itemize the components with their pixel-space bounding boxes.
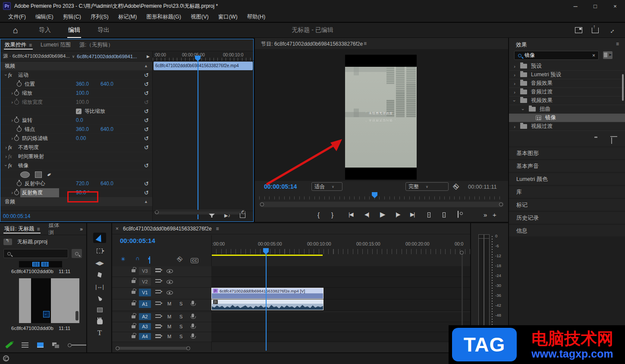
chevron-expanded-icon[interactable]: › <box>512 99 517 103</box>
timeline-timecode[interactable]: 00:00:05:14 <box>120 237 155 244</box>
icon-view-icon[interactable] <box>37 342 44 348</box>
time-remap-effect-row[interactable]: ›fx 时间重映射 <box>0 152 152 161</box>
list-view-icon[interactable] <box>22 342 28 348</box>
sync-status-icon[interactable] <box>3 355 9 361</box>
extract-icon[interactable]: ↓ <box>443 212 446 218</box>
mic-icon[interactable] <box>192 324 194 327</box>
reset-icon[interactable]: ↺ <box>144 72 149 78</box>
project-item-thumbnail[interactable] <box>19 278 79 323</box>
type-tool[interactable]: T <box>93 328 106 338</box>
sync-lock-icon[interactable] <box>155 290 161 295</box>
menu-markers[interactable]: 标记(M) <box>114 13 141 21</box>
tree-item-mirror[interactable]: 镜像 <box>509 114 625 122</box>
chevron-right-icon[interactable]: ▶ <box>147 54 150 59</box>
nest-toggle-icon[interactable]: ✳ <box>121 256 126 262</box>
step-forward-icon[interactable]: |▶ <box>396 211 399 218</box>
track-header-a2[interactable]: A2 M S <box>112 312 211 322</box>
play-icon[interactable]: ▶ <box>380 210 385 218</box>
reset-icon[interactable]: ↺ <box>144 81 149 87</box>
project-item[interactable]: 6c8fc471002ddd0b...11:11 <box>0 326 82 331</box>
menu-edit[interactable]: 编辑(E) <box>31 13 57 21</box>
mic-icon[interactable] <box>192 301 194 305</box>
track-header-a1[interactable]: A1 M S <box>112 299 211 311</box>
step-back-icon[interactable]: ◀| <box>364 211 368 218</box>
sync-lock-icon[interactable] <box>155 324 161 329</box>
track-badge[interactable]: A1 <box>139 300 151 308</box>
menu-clip[interactable]: 剪辑(C) <box>59 13 85 21</box>
anchor-y-value[interactable]: 640.0 <box>101 126 113 132</box>
reset-icon[interactable]: ↺ <box>144 117 149 124</box>
sync-lock-icon[interactable] <box>155 314 161 319</box>
chevron-expanded-icon[interactable]: › <box>3 163 9 168</box>
tree-item-audio-transitions[interactable]: ›音频过渡 <box>509 88 625 96</box>
reflection-center-x-value[interactable]: 720.0 <box>76 180 89 187</box>
workspaces-icon[interactable] <box>575 27 582 33</box>
chevron-icon[interactable]: › <box>512 90 517 95</box>
effects-search-input[interactable]: 镜像 × <box>514 51 599 60</box>
project-item-icons[interactable] <box>19 261 62 268</box>
close-tab-icon[interactable]: × <box>116 226 119 232</box>
lift-icon[interactable]: ↑ <box>427 212 430 218</box>
track-header-v1[interactable]: V1 <box>112 288 211 299</box>
lock-icon[interactable] <box>132 269 135 272</box>
selection-tool[interactable] <box>93 233 106 243</box>
mute-button[interactable]: M <box>167 324 171 329</box>
reset-icon[interactable]: ↺ <box>144 126 149 133</box>
tree-item-audio-effects[interactable]: ›音频效果 <box>509 79 625 88</box>
menu-help[interactable]: 帮助(H) <box>243 13 269 21</box>
uniform-scale-checkbox[interactable]: ✓ <box>76 109 82 114</box>
stopwatch-icon[interactable] <box>14 190 19 195</box>
mic-icon[interactable] <box>192 314 194 317</box>
position-param-row[interactable]: 位置 360.0 640.0 ↺ <box>0 80 152 89</box>
eye-icon[interactable] <box>166 291 173 295</box>
track-lane[interactable] <box>211 277 470 288</box>
chevron-icon[interactable]: › <box>10 90 14 96</box>
stopwatch-icon[interactable] <box>14 118 19 123</box>
close-button[interactable]: × <box>605 0 625 12</box>
chevron-icon[interactable]: › <box>512 72 517 78</box>
lock-icon[interactable] <box>132 325 135 328</box>
scale-value[interactable]: 100.0 <box>76 90 89 96</box>
panel-menu-icon[interactable]: ≡ <box>37 226 40 232</box>
tab-essential-graphics[interactable]: 基本图形 <box>509 147 625 159</box>
sync-lock-icon[interactable] <box>155 302 161 306</box>
collapse-icon[interactable]: ▲ <box>144 199 148 204</box>
razor-tool[interactable] <box>93 270 106 280</box>
zoom-level-select[interactable]: 适合∨ <box>311 182 342 191</box>
collapse-icon[interactable]: ▲ <box>144 64 148 68</box>
mic-icon[interactable] <box>192 333 194 337</box>
reset-icon[interactable]: ↺ <box>144 190 149 196</box>
mute-button[interactable]: M <box>167 334 171 339</box>
mark-out-icon[interactable]: } <box>331 211 333 218</box>
tab-lumetri-color[interactable]: Lumetri 颜色 <box>509 173 625 185</box>
lock-icon[interactable] <box>132 280 135 283</box>
sync-lock-icon[interactable] <box>155 268 161 273</box>
track-badge[interactable]: A2 <box>139 313 151 320</box>
reset-icon[interactable]: ↺ <box>144 144 149 151</box>
reset-icon[interactable]: ↺ <box>144 162 149 169</box>
tab-effect-controls[interactable]: 效果控件≡ <box>0 39 36 51</box>
sync-lock-icon[interactable] <box>155 334 161 339</box>
menu-graphics[interactable]: 图形和标题(G) <box>142 13 185 21</box>
rotation-value[interactable]: 0.0 <box>76 117 83 123</box>
go-to-out-icon[interactable]: ▶| <box>410 211 414 218</box>
chevron-icon[interactable]: › <box>512 81 517 86</box>
tab-info[interactable]: 信息 <box>509 225 625 236</box>
antiflicker-param-row[interactable]: › 防闪烁滤镜 0.00 ↺ <box>0 134 152 143</box>
track-badge[interactable]: V3 <box>139 267 151 275</box>
more-buttons-icon[interactable]: » <box>484 211 487 218</box>
slip-tool[interactable]: |↔| <box>93 281 106 292</box>
tab-markers[interactable]: 标记 <box>509 199 625 211</box>
ellipse-mask-icon[interactable] <box>20 171 30 178</box>
uniform-scale-row[interactable]: ✓ 等比缩放 ↺ <box>0 107 152 116</box>
stopwatch-icon[interactable] <box>17 82 22 87</box>
pen-tool[interactable] <box>93 293 106 303</box>
tab-source-monitor[interactable]: 源:（无剪辑） <box>75 39 117 51</box>
filter-properties-icon[interactable] <box>209 214 215 218</box>
delete-icon[interactable] <box>611 137 612 144</box>
solo-button[interactable]: S <box>179 324 182 329</box>
scrollbar[interactable] <box>622 74 624 101</box>
opacity-effect-row[interactable]: ›fx 不透明度↺ <box>0 143 152 152</box>
rectangle-tool[interactable] <box>93 305 106 315</box>
chevron-icon[interactable]: › <box>10 118 14 123</box>
